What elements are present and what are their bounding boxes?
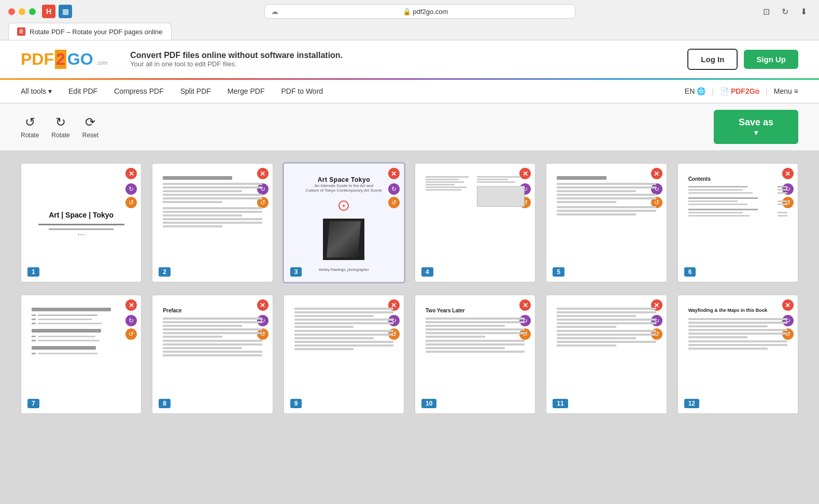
page-card-7: ✕ ↻ ↺ <box>21 295 142 414</box>
reset-label: Reset <box>82 132 98 139</box>
page-card-12: ✕ ↻ ↺ Wayfinding & the Maps in this Book <box>677 295 798 414</box>
header-actions: Log In Sign Up <box>687 49 798 70</box>
page-7-preview <box>27 304 135 407</box>
page-card-9: ✕ ↻ ↺ <box>284 295 404 414</box>
nav-merge-pdf[interactable]: Merge PDF <box>228 80 265 103</box>
brand-icon: 📄 <box>720 87 729 95</box>
login-button[interactable]: Log In <box>687 49 738 70</box>
page-2-number: 2 <box>159 267 171 277</box>
pdf-toolbar: ↺ Rotate ↻ Rotate ⟳ Reset Save as ▾ <box>0 104 819 151</box>
page-9-number: 9 <box>290 399 302 408</box>
menu-icon: ≡ <box>794 87 798 95</box>
tab-favicon: R <box>17 27 25 36</box>
browser-tabs: R Rotate PDF – Rotate your PDF pages onl… <box>0 23 819 40</box>
page-9-preview <box>290 304 398 407</box>
pages-row-1: ✕ ↻ ↺ Art | Space | Tokyo • • • 1 <box>21 163 798 282</box>
nav-pdf-to-word[interactable]: PDF to Word <box>281 80 323 103</box>
site-nav: All tools ▾ Edit PDF Compress PDF Split … <box>0 80 819 104</box>
signup-button[interactable]: Sign Up <box>744 50 798 69</box>
nav-divider-2: | <box>766 87 768 95</box>
page-5-number: 5 <box>553 267 564 277</box>
page-4-number: 4 <box>421 267 433 277</box>
page-3-number: 3 <box>290 267 302 277</box>
site-header: PDF 2 GO .com Convert PDF files online w… <box>0 40 819 80</box>
tab-title: Rotate PDF – Rotate your PDF pages onlin… <box>30 28 163 36</box>
page-card-10: ✕ ↻ ↺ Two Years Later <box>415 295 535 414</box>
reset-button[interactable]: ⟳ Reset <box>82 115 98 139</box>
chevron-down-icon: ▾ <box>48 87 52 95</box>
page-6-preview: Contents <box>684 172 792 276</box>
pages-area: ✕ ↻ ↺ Art | Space | Tokyo • • • 1 <box>0 151 819 504</box>
app-container: PDF 2 GO .com Convert PDF files online w… <box>0 40 819 504</box>
download-button[interactable]: ⬇ <box>796 4 811 19</box>
address-bar[interactable]: ☁ 🔒 pdf2go.com <box>264 4 575 19</box>
page-8-number: 8 <box>159 399 171 408</box>
page-card-1: ✕ ↻ ↺ Art | Space | Tokyo • • • 1 <box>21 163 142 282</box>
close-button[interactable] <box>8 8 15 15</box>
site-logo: PDF 2 GO .com <box>21 50 107 69</box>
nav-menu[interactable]: Menu ≡ <box>774 87 798 95</box>
pinned-tabs: H ▦ <box>42 5 72 18</box>
page-11-number: 11 <box>553 399 568 408</box>
rotate-left-button[interactable]: ↺ Rotate <box>21 115 39 139</box>
page-4-preview <box>421 172 529 276</box>
page-2-preview <box>159 172 266 276</box>
browser-actions: ⊡ ↻ ⬇ <box>759 4 811 19</box>
nav-divider: | <box>712 87 714 95</box>
pinned-tab-t[interactable]: ▦ <box>59 5 72 18</box>
save-as-button[interactable]: Save as ▾ <box>714 110 798 144</box>
cloud-icon: ☁ <box>271 7 278 16</box>
address-text: 🔒 pdf2go.com <box>283 8 569 16</box>
page-1-number: 1 <box>27 267 39 277</box>
page-11-preview <box>553 304 660 407</box>
globe-icon: 🌐 <box>697 87 705 95</box>
page-card-3: ✕ ↻ ↺ Art Space Tokyo An Intimate Guide … <box>284 163 404 282</box>
page-card-6: ✕ ↻ ↺ Contents <box>677 163 798 282</box>
nav-compress-pdf[interactable]: Compress PDF <box>114 80 164 103</box>
page-10-number: 10 <box>421 399 436 408</box>
reset-icon: ⟳ <box>85 115 95 129</box>
nav-language[interactable]: EN 🌐 <box>685 87 705 95</box>
rotate-right-label: Rotate <box>51 132 69 139</box>
logo-com: .com <box>96 60 108 69</box>
page-3-preview: Art Space Tokyo An Intimate Guide to the… <box>290 172 398 276</box>
logo-go: GO <box>67 50 93 69</box>
page-card-5: ✕ ↻ ↺ <box>546 163 667 282</box>
nav-all-tools[interactable]: All tools ▾ <box>21 80 52 103</box>
browser-chrome: H ▦ ☁ 🔒 pdf2go.com ⊡ ↻ ⬇ R Rotate PDF – … <box>0 0 819 40</box>
page-card-4: ✕ ↻ ↺ <box>415 163 535 282</box>
maximize-button[interactable] <box>29 8 36 15</box>
active-tab[interactable]: R Rotate PDF – Rotate your PDF pages onl… <box>8 23 172 40</box>
tagline-main: Convert PDF files online without softwar… <box>130 51 687 60</box>
rotate-right-button[interactable]: ↻ Rotate <box>51 115 69 139</box>
nav-brand: 📄 PDF2Go <box>720 87 759 95</box>
minimize-button[interactable] <box>19 8 25 15</box>
page-card-8: ✕ ↻ ↺ Preface <box>152 295 273 414</box>
page-8-preview: Preface <box>159 304 266 407</box>
logo-pdf: PDF <box>21 50 54 69</box>
traffic-lights <box>8 8 36 15</box>
page-12-number: 12 <box>684 399 699 408</box>
page-5-preview <box>553 172 660 276</box>
nav-left: All tools ▾ Edit PDF Compress PDF Split … <box>21 80 685 103</box>
pages-row-2: ✕ ↻ ↺ <box>21 295 798 414</box>
refresh-button[interactable]: ↻ <box>778 4 792 19</box>
pinned-tab-h[interactable]: H <box>42 5 55 18</box>
rotate-left-label: Rotate <box>21 132 39 139</box>
nav-edit-pdf[interactable]: Edit PDF <box>68 80 97 103</box>
save-as-label: Save as <box>739 117 773 128</box>
save-chevron-icon: ▾ <box>754 128 758 137</box>
rotate-left-icon: ↺ <box>25 115 35 129</box>
site-tagline: Convert PDF files online without softwar… <box>130 51 687 68</box>
nav-right: EN 🌐 | 📄 PDF2Go | Menu ≡ <box>685 87 798 95</box>
page-1-preview: Art | Space | Tokyo • • • <box>27 172 135 276</box>
logo-2: 2 <box>55 50 66 69</box>
page-card-11: ✕ ↻ ↺ <box>546 295 667 414</box>
nav-split-pdf[interactable]: Split PDF <box>180 80 211 103</box>
page-10-preview: Two Years Later <box>421 304 529 407</box>
rotate-right-icon: ↻ <box>55 115 66 129</box>
page-7-number: 7 <box>27 399 39 408</box>
tagline-sub: Your all in one tool to edit PDF files. <box>130 60 687 68</box>
cast-button[interactable]: ⊡ <box>759 4 773 19</box>
page-6-number: 6 <box>684 267 696 277</box>
